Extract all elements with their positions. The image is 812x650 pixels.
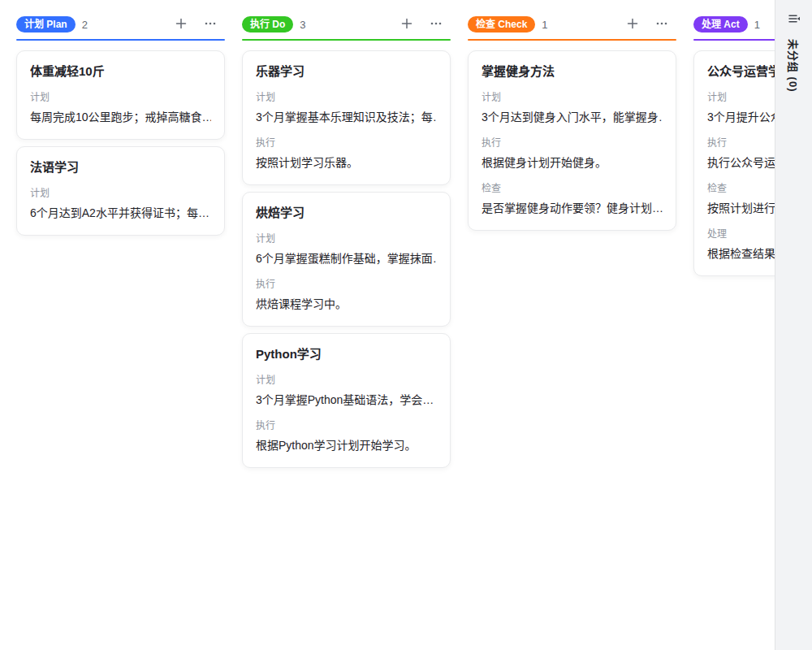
card-field: 执行 按照计划学习乐器。 [256, 136, 437, 171]
field-label: 执行 [256, 277, 437, 292]
column-accent-underline [16, 39, 225, 41]
sidebar-collapse-icon [787, 11, 801, 28]
field-label: 计划 [256, 90, 437, 105]
card-list: 乐器学习 计划 3个月掌握基本乐理知识及技法；每… 执行 按照计划学习乐器。 烘… [242, 50, 451, 468]
field-label: 检查 [482, 181, 663, 196]
card-field: 计划 6个月达到A2水平并获得证书；每… [30, 186, 211, 222]
plus-icon [175, 17, 188, 32]
card-field: 计划 6个月掌握蛋糕制作基础，掌握抹面… [256, 232, 437, 267]
column-accent-underline [242, 39, 451, 41]
field-value: 6个月达到A2水平并获得证书；每… [30, 204, 211, 222]
kanban-board: 计划 Plan 2 体重减轻10斤 计划 每周完成10公里跑步；戒掉高糖食… [16, 10, 812, 468]
card-title: 乐器学习 [256, 63, 437, 80]
record-card[interactable]: 乐器学习 计划 3个月掌握基本乐理知识及技法；每… 执行 按照计划学习乐器。 [242, 50, 451, 185]
card-field: 执行 根据健身计划开始健身。 [482, 136, 663, 171]
column-header: 执行 Do 3 [242, 10, 451, 39]
record-card[interactable]: 掌握健身方法 计划 3个月达到健身入门水平，能掌握身… 执行 根据健身计划开始健… [468, 50, 676, 231]
field-label: 计划 [256, 373, 437, 388]
plus-icon [626, 17, 639, 32]
record-card[interactable]: 烘焙学习 计划 6个月掌握蛋糕制作基础，掌握抹面… 执行 烘焙课程学习中。 [242, 192, 451, 327]
add-card-button[interactable] [171, 15, 191, 34]
card-count: 1 [542, 19, 547, 31]
field-value: 根据健身计划开始健身。 [482, 154, 663, 171]
card-field: 执行 根据Python学习计划开始学习。 [256, 418, 437, 454]
column-header: 检查 Check 1 [468, 10, 676, 39]
card-title: 法语学习 [30, 158, 211, 176]
card-field: 计划 每周完成10公里跑步；戒掉高糖食… [30, 90, 211, 126]
field-value: 根据Python学习计划开始学习。 [256, 436, 437, 454]
field-label: 计划 [256, 232, 437, 246]
card-count: 1 [754, 19, 760, 31]
card-title: 掌握健身方法 [482, 63, 663, 80]
add-card-button[interactable] [397, 15, 417, 34]
kanban-column-do: 执行 Do 3 乐器学习 计划 3个月掌握基本乐理知识及技法；每… [242, 10, 451, 468]
column-more-button[interactable] [426, 15, 446, 34]
field-value: 6个月掌握蛋糕制作基础，掌握抹面… [256, 249, 437, 267]
column-more-button[interactable] [652, 15, 672, 34]
card-count: 2 [82, 19, 88, 31]
status-pill[interactable]: 执行 Do [242, 16, 293, 32]
card-list: 掌握健身方法 计划 3个月达到健身入门水平，能掌握身… 执行 根据健身计划开始健… [468, 50, 676, 231]
record-card[interactable]: 体重减轻10斤 计划 每周完成10公里跑步；戒掉高糖食… [16, 50, 225, 140]
status-pill[interactable]: 检查 Check [468, 16, 535, 32]
card-list: 体重减轻10斤 计划 每周完成10公里跑步；戒掉高糖食… 法语学习 计划 6个月… [16, 50, 225, 236]
kanban-column-check: 检查 Check 1 掌握健身方法 计划 3个月达到健身入门水平，能掌握身… [468, 10, 676, 468]
record-card[interactable]: 法语学习 计划 6个月达到A2水平并获得证书；每… [16, 146, 225, 236]
add-card-button[interactable] [623, 15, 642, 34]
field-value: 3个月掌握基本乐理知识及技法；每… [256, 108, 437, 126]
column-header: 计划 Plan 2 [16, 10, 225, 39]
card-title: 烘焙学习 [256, 204, 437, 222]
collapse-groups-button[interactable] [784, 10, 804, 29]
field-label: 计划 [30, 186, 211, 201]
card-field: 计划 3个月掌握基本乐理知识及技法；每… [256, 90, 437, 126]
ungrouped-label[interactable]: 未分组 (0) [786, 39, 801, 93]
kanban-column-plan: 计划 Plan 2 体重减轻10斤 计划 每周完成10公里跑步；戒掉高糖食… [16, 10, 225, 468]
status-pill[interactable]: 处理 Act [693, 16, 748, 32]
card-field: 执行 烘焙课程学习中。 [256, 277, 437, 313]
field-value: 按照计划学习乐器。 [256, 154, 437, 171]
record-card[interactable]: Python学习 计划 3个月掌握Python基础语法，学会… 执行 根据Pyt… [242, 333, 451, 468]
ellipsis-icon [204, 17, 217, 32]
card-title: Python学习 [256, 345, 437, 363]
card-field: 计划 3个月达到健身入门水平，能掌握身… [482, 90, 663, 126]
field-label: 计划 [30, 90, 211, 105]
field-value: 烘焙课程学习中。 [256, 295, 437, 313]
card-field: 计划 3个月掌握Python基础语法，学会… [256, 373, 437, 409]
column-accent-underline [468, 39, 676, 41]
field-label: 执行 [482, 136, 663, 150]
plus-icon [400, 17, 413, 32]
field-value: 3个月掌握Python基础语法，学会… [256, 391, 437, 409]
ellipsis-icon [655, 17, 668, 32]
field-label: 执行 [256, 418, 437, 433]
card-count: 3 [300, 19, 305, 31]
field-value: 是否掌握健身动作要领？健身计划… [482, 199, 663, 217]
ungrouped-panel: 未分组 (0) [775, 0, 812, 650]
field-value: 3个月达到健身入门水平，能掌握身… [482, 108, 663, 126]
status-pill[interactable]: 计划 Plan [16, 16, 76, 32]
field-label: 执行 [256, 136, 437, 150]
field-value: 每周完成10公里跑步；戒掉高糖食… [30, 108, 211, 126]
field-label: 计划 [482, 90, 663, 105]
card-title: 体重减轻10斤 [30, 63, 211, 80]
ellipsis-icon [430, 17, 443, 32]
card-field: 检查 是否掌握健身动作要领？健身计划… [482, 181, 663, 217]
column-more-button[interactable] [201, 15, 220, 34]
